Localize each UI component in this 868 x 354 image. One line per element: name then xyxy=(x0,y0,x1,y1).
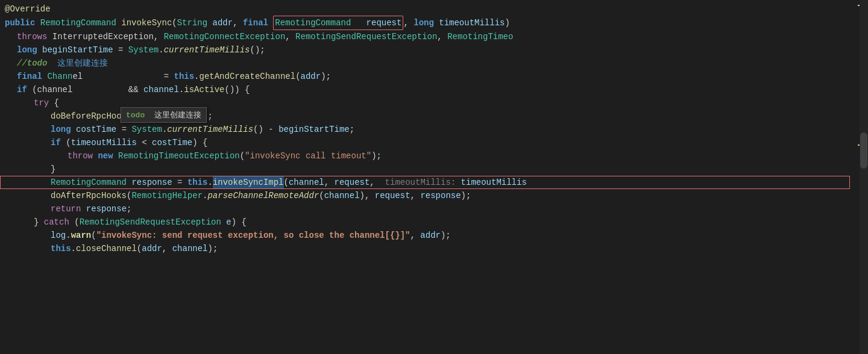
code-line-1: @Override xyxy=(0,2,868,16)
code-line-17: } catch ( RemotingSendRequestException e… xyxy=(0,216,868,229)
param-hint-timeout: timeoutMillis: xyxy=(385,176,461,189)
scrollbar-thumb[interactable] xyxy=(860,132,867,169)
highlighted-param-box: RemotingCommand request xyxy=(273,16,403,30)
minimap-mark-1 xyxy=(858,5,860,6)
todo-tooltip: todo 这里创建连接 xyxy=(121,107,207,123)
code-line-14: RemotingCommand response = this . invoke… xyxy=(0,176,868,189)
code-line-2: public RemotingCommand invokeSync ( Stri… xyxy=(0,16,868,30)
annotation-override: @Override xyxy=(5,2,51,16)
code-line-19: this . closeChannel ( addr , channel ); xyxy=(0,242,868,255)
code-line-5: //todo 这里创建连接 xyxy=(0,57,868,70)
code-line-3: throws InterruptedException, RemotingCon… xyxy=(0,30,868,43)
method-invoke-sync: invokeSync xyxy=(121,16,172,30)
type-remoting-command: RemotingCommand xyxy=(40,16,116,30)
vertical-scrollbar[interactable] xyxy=(860,0,868,354)
code-line-4: long beginStartTime = System . currentTi… xyxy=(0,43,868,57)
code-line-18: log . warn ( "invokeSync: send request e… xyxy=(0,229,868,242)
code-line-6: final Chann el = this . getAndCreateChan… xyxy=(0,70,868,83)
code-line-12: throw new RemotingTimeoutException ( "in… xyxy=(0,149,868,163)
code-editor: @Override public RemotingCommand invokeS… xyxy=(0,0,868,354)
tooltip-todo-label: todo xyxy=(126,111,145,120)
code-line-15: doAfterRpcHooks ( RemotingHelper . parse… xyxy=(0,189,868,202)
minimap-mark-2 xyxy=(858,144,860,146)
invoke-sync-impl-method: invokeSyncImpl xyxy=(213,176,284,189)
code-line-13: } xyxy=(0,163,868,176)
code-line-7: if (channel && channel . isActive ()) { xyxy=(0,83,868,96)
code-line-10: long costTime = System . currentTimeMill… xyxy=(0,123,868,136)
keyword-public: public xyxy=(5,16,35,30)
code-line-11: if ( timeoutMillis < costTime ) { xyxy=(0,136,868,149)
code-line-16: return response ; xyxy=(0,202,868,216)
